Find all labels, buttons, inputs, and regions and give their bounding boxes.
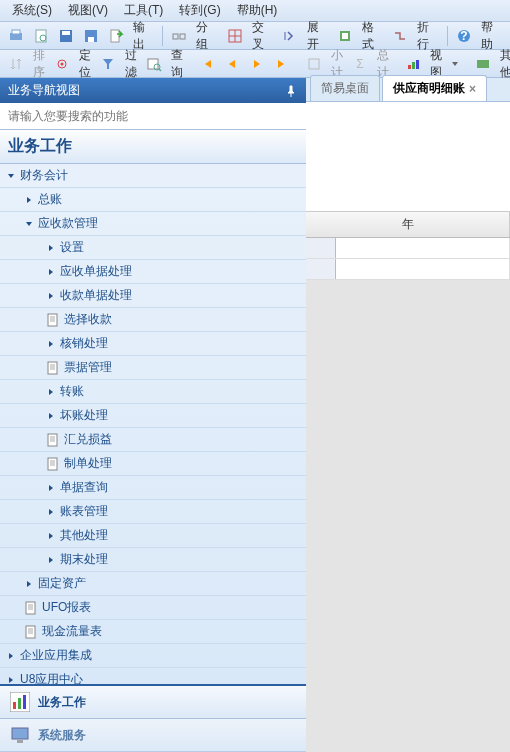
other-button[interactable]: 其他 xyxy=(496,45,510,83)
svg-rect-57 xyxy=(23,695,26,709)
export-icon[interactable] xyxy=(104,26,128,46)
tree-item[interactable]: UFO报表 xyxy=(0,596,306,620)
nav-last-icon[interactable] xyxy=(270,54,294,74)
document-icon xyxy=(46,433,60,447)
chevron-right-icon xyxy=(46,483,56,493)
tree-item[interactable]: 收款单据处理 xyxy=(0,284,306,308)
tree-item[interactable]: 设置 xyxy=(0,236,306,260)
svg-rect-28 xyxy=(416,60,419,69)
other-icon[interactable] xyxy=(471,54,495,74)
cross-button[interactable]: 交叉 xyxy=(248,17,277,55)
svg-rect-38 xyxy=(48,434,57,446)
white-pane xyxy=(306,102,510,212)
chart-icon xyxy=(10,692,30,712)
format-icon[interactable] xyxy=(333,26,357,46)
help-icon[interactable]: ? xyxy=(452,26,476,46)
tree-item[interactable]: 固定资产 xyxy=(0,572,306,596)
group-button[interactable]: 分组 xyxy=(192,17,221,55)
bottom-work-button[interactable]: 业务工作 xyxy=(0,686,306,719)
save-as-icon[interactable] xyxy=(79,26,103,46)
tree-item[interactable]: 账表管理 xyxy=(0,500,306,524)
tree-item-label: 账表管理 xyxy=(60,503,108,520)
nav-next-icon[interactable] xyxy=(245,54,269,74)
sidebar: 业务导航视图 业务工作 财务会计总账应收款管理设置应收单据处理收款单据处理选择收… xyxy=(0,78,306,752)
tree-item[interactable]: 应收款管理 xyxy=(0,212,306,236)
nav-title: 业务导航视图 xyxy=(8,82,80,99)
bottom-service-label: 系统服务 xyxy=(38,727,86,744)
content-area: 简易桌面 供应商明细账 × 年 xyxy=(306,78,510,752)
search-input[interactable] xyxy=(2,105,304,127)
tree-item[interactable]: 现金流量表 xyxy=(0,620,306,644)
print-setup-icon[interactable] xyxy=(4,26,28,46)
document-icon xyxy=(24,601,38,615)
tree-item[interactable]: 应收单据处理 xyxy=(0,260,306,284)
svg-rect-27 xyxy=(412,62,415,69)
expand-icon[interactable] xyxy=(278,26,302,46)
query-button[interactable]: 查询 xyxy=(167,45,187,83)
cross-icon[interactable] xyxy=(223,26,247,46)
locate-icon[interactable] xyxy=(50,54,74,74)
tree-item[interactable]: 核销处理 xyxy=(0,332,306,356)
ungroup-icon[interactable] xyxy=(167,26,191,46)
viewchart-icon[interactable] xyxy=(401,54,425,74)
tree-item[interactable]: 单据查询 xyxy=(0,476,306,500)
bottom-service-button[interactable]: 系统服务 xyxy=(0,719,306,752)
chevron-right-icon xyxy=(46,291,56,301)
tree-item[interactable]: 总账 xyxy=(0,188,306,212)
chevron-right-icon xyxy=(46,267,56,277)
tree-item-label: U8应用中心 xyxy=(20,671,83,684)
chevron-right-icon xyxy=(46,531,56,541)
svg-rect-46 xyxy=(26,602,35,614)
sort-button: 排序 xyxy=(29,45,49,83)
tree-item-label: 财务会计 xyxy=(20,167,68,184)
grid-header: 年 xyxy=(306,212,510,238)
tree-item[interactable]: 选择收款 xyxy=(0,308,306,332)
svg-line-23 xyxy=(159,69,161,71)
print-preview-icon[interactable] xyxy=(29,26,53,46)
grid-body xyxy=(306,238,510,280)
svg-rect-34 xyxy=(48,362,57,374)
svg-rect-55 xyxy=(13,702,16,709)
tree-item-label: 应收单据处理 xyxy=(60,263,132,280)
save-icon[interactable] xyxy=(54,26,78,46)
grid-cell[interactable] xyxy=(336,238,510,258)
tree-item[interactable]: 票据管理 xyxy=(0,356,306,380)
viewchart-dropdown-icon[interactable] xyxy=(447,54,463,74)
pin-icon[interactable] xyxy=(284,84,298,98)
tree-item-label: 单据查询 xyxy=(60,479,108,496)
fold-icon[interactable] xyxy=(388,26,412,46)
tree-item-label: 设置 xyxy=(60,239,84,256)
menu-system[interactable]: 系统(S) xyxy=(4,0,60,22)
tree-item[interactable]: 汇兑损益 xyxy=(0,428,306,452)
locate-button[interactable]: 定位 xyxy=(75,45,95,83)
row-header-cell xyxy=(306,238,336,258)
tab-supplier-detail[interactable]: 供应商明细账 × xyxy=(382,75,487,101)
tree-item[interactable]: 财务会计 xyxy=(0,164,306,188)
svg-rect-26 xyxy=(408,65,411,69)
nav-prev-icon[interactable] xyxy=(220,54,244,74)
chevron-right-icon xyxy=(46,555,56,565)
document-icon xyxy=(46,313,60,327)
document-icon xyxy=(46,361,60,375)
filter-icon[interactable] xyxy=(96,54,120,74)
tree-item[interactable]: 制单处理 xyxy=(0,452,306,476)
nav-first-icon[interactable] xyxy=(195,54,219,74)
menu-view[interactable]: 视图(V) xyxy=(60,0,116,22)
tree-item-label: 固定资产 xyxy=(38,575,86,592)
tree-item[interactable]: 期末处理 xyxy=(0,548,306,572)
tree-item[interactable]: 企业应用集成 xyxy=(0,644,306,668)
close-icon[interactable]: × xyxy=(469,82,476,96)
tree-item[interactable]: U8应用中心 xyxy=(0,668,306,684)
query-icon[interactable] xyxy=(142,54,166,74)
tree-item-label: 票据管理 xyxy=(64,359,112,376)
filter-button[interactable]: 过滤 xyxy=(121,45,141,83)
tab-simple-desktop[interactable]: 简易桌面 xyxy=(310,75,380,101)
search-row xyxy=(0,103,306,130)
chevron-down-icon xyxy=(6,171,16,181)
svg-rect-58 xyxy=(12,728,28,739)
tree-item[interactable]: 转账 xyxy=(0,380,306,404)
grid-cell[interactable] xyxy=(336,259,510,279)
tree-item[interactable]: 坏账处理 xyxy=(0,404,306,428)
tree-item[interactable]: 其他处理 xyxy=(0,524,306,548)
toolbar-2: 排序 定位 过滤 查询 小计 Σ 总计 视图 其他 xyxy=(0,50,510,78)
